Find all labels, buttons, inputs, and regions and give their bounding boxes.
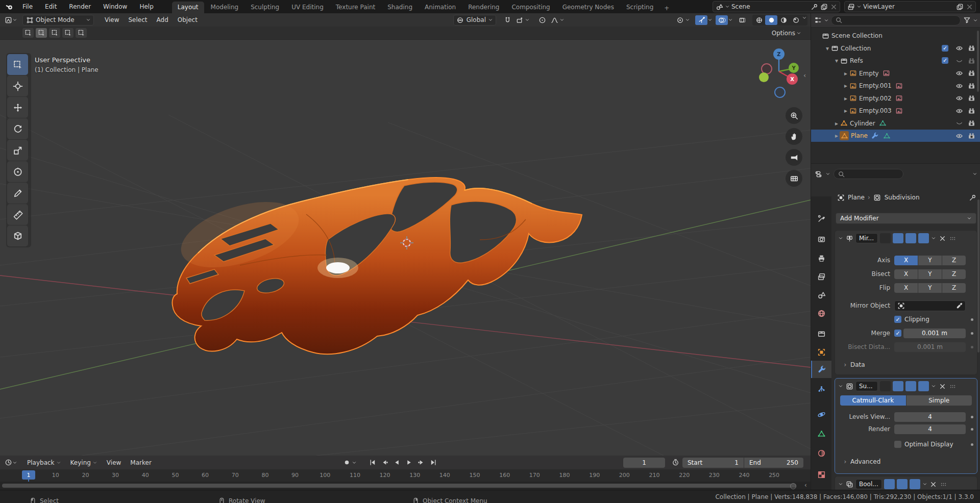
expand-icon[interactable] <box>838 482 843 487</box>
image-pink-icon[interactable] <box>895 107 903 115</box>
timeline-menu-keying[interactable]: Keying <box>66 458 102 468</box>
close-icon[interactable] <box>938 234 946 242</box>
scrollbar-end-handle[interactable] <box>790 483 796 489</box>
modifier-wrench-icon[interactable] <box>871 132 879 140</box>
workspace-tab-rendering[interactable]: Rendering <box>462 2 505 13</box>
duplicate-icon[interactable] <box>820 3 828 11</box>
close-icon[interactable] <box>829 3 838 11</box>
camera-visibility-icon[interactable] <box>967 69 975 78</box>
viewlayer-selector[interactable]: ViewLayer <box>844 1 976 12</box>
eyedropper-icon[interactable] <box>955 301 963 310</box>
viewlayer-name[interactable]: ViewLayer <box>863 3 954 10</box>
xray-toggle[interactable] <box>736 15 748 25</box>
end-frame-field[interactable]: End 250 <box>744 458 803 468</box>
outliner-row-empty[interactable]: ▸Empty <box>811 67 980 80</box>
properties-tab-particles[interactable] <box>811 380 831 397</box>
properties-scrollbar[interactable] <box>977 199 979 353</box>
close-icon[interactable] <box>965 3 973 11</box>
tool-move-button[interactable] <box>7 97 28 118</box>
close-icon[interactable] <box>929 480 938 488</box>
properties-tab-tool[interactable] <box>811 210 831 227</box>
disclosure-right-icon[interactable]: ▸ <box>834 132 840 139</box>
clock-icon[interactable] <box>671 459 679 467</box>
tool-add-cube-button[interactable] <box>7 225 28 246</box>
workspace-tab-modeling[interactable]: Modeling <box>205 2 244 13</box>
tool-annotate-button[interactable] <box>7 183 28 204</box>
camera-visibility-icon[interactable] <box>967 132 975 140</box>
properties-tab-collection[interactable] <box>811 325 831 342</box>
toggle-realtime-icon[interactable] <box>897 479 908 489</box>
blender-logo-icon[interactable] <box>5 3 13 11</box>
merge-value-field[interactable]: 0.001 m <box>903 329 966 338</box>
menu-window[interactable]: Window <box>98 2 132 12</box>
toggle-editmode-icon[interactable] <box>880 233 891 243</box>
region-collapse-arrow[interactable]: ‹ <box>804 482 807 489</box>
breadcrumb-object[interactable]: Plane <box>848 194 865 201</box>
outliner-item-label[interactable]: Cylinder <box>850 120 875 127</box>
animate-dot-icon[interactable] <box>971 318 973 321</box>
camera-visibility-icon[interactable] <box>967 57 975 65</box>
properties-tab-texture[interactable] <box>811 466 831 483</box>
scene-selector[interactable]: Scene <box>713 1 840 12</box>
pin-icon[interactable] <box>968 193 976 202</box>
camera-visibility-icon[interactable] <box>967 107 975 115</box>
toggle-render-icon[interactable] <box>910 479 920 489</box>
levels-viewport-field[interactable]: 4 <box>894 412 966 422</box>
eye-open-icon[interactable] <box>955 107 963 115</box>
outliner-display-mode-icon[interactable] <box>814 16 822 24</box>
shading-wireframe-button[interactable] <box>753 15 765 25</box>
select-paint-button[interactable] <box>76 28 87 38</box>
eye-open-icon[interactable] <box>955 132 963 140</box>
eye-open-icon[interactable] <box>955 82 963 90</box>
orthographic-button[interactable] <box>786 170 802 187</box>
select-lasso-button[interactable] <box>62 28 74 38</box>
drag-handle-icon[interactable] <box>948 382 957 390</box>
editor-type-icon[interactable] <box>4 16 12 24</box>
start-frame-field[interactable]: Start 1 <box>682 458 744 468</box>
outliner-item-label[interactable]: Collection <box>841 45 871 52</box>
extras-dropdown-icon[interactable] <box>931 236 936 241</box>
image-pink-icon[interactable] <box>895 94 903 103</box>
visibility-dropdown[interactable] <box>674 15 692 25</box>
play-reverse-button[interactable] <box>390 458 403 468</box>
outliner-item-label[interactable]: Empty.002 <box>859 95 892 102</box>
viewport-menu-select[interactable]: Select <box>124 15 152 25</box>
toggle-editmode-icon[interactable] <box>880 381 891 391</box>
menu-render[interactable]: Render <box>64 2 96 12</box>
gizmo-y-neg-axis[interactable] <box>759 72 769 82</box>
bisect-z-button[interactable]: Z <box>942 269 966 279</box>
outliner-row-refs[interactable]: ▾Refs✓ <box>811 55 980 67</box>
car-model[interactable] <box>172 178 582 354</box>
mode-dropdown[interactable]: Object Mode <box>22 15 94 26</box>
shading-solid-button[interactable] <box>765 15 777 25</box>
gizmo-z-neg-axis[interactable] <box>774 87 786 98</box>
add-workspace-button[interactable]: + <box>660 3 673 13</box>
tool-transform-button[interactable] <box>7 161 28 182</box>
next-key-button[interactable] <box>415 458 427 468</box>
modifier-name-field[interactable]: Su... <box>855 381 878 391</box>
camera-visibility-icon[interactable] <box>967 82 975 90</box>
disclosure-down-icon[interactable]: ▾ <box>834 57 840 64</box>
toggle-oncage-icon[interactable] <box>893 233 903 243</box>
workspace-tab-sculpting[interactable]: Sculpting <box>245 2 285 13</box>
outliner-row-empty-003[interactable]: ▸Empty.003 <box>811 105 980 117</box>
eye-open-icon[interactable] <box>955 69 963 78</box>
transform-orientation-dropdown[interactable]: Global <box>453 15 496 26</box>
breadcrumb-modifier[interactable]: Subdivision <box>885 194 920 201</box>
jump-end-button[interactable] <box>427 458 439 468</box>
navigation-gizmo[interactable]: Z Y X <box>754 48 803 97</box>
close-icon[interactable] <box>938 382 946 390</box>
outliner-item-label[interactable]: Empty <box>859 70 879 77</box>
eye-open-icon[interactable] <box>955 94 963 103</box>
collection-checkbox[interactable]: ✓ <box>942 57 948 64</box>
flip-x-button[interactable]: X <box>894 283 918 293</box>
workspace-tab-scripting[interactable]: Scripting <box>621 2 659 13</box>
properties-search-input[interactable] <box>834 169 903 179</box>
optimal-display-checkbox[interactable]: ✓ <box>894 441 901 448</box>
gizmo-toggle[interactable] <box>695 15 707 25</box>
extras-dropdown-icon[interactable] <box>931 384 936 389</box>
bisect-x-button[interactable]: X <box>894 269 918 279</box>
pin-icon[interactable] <box>810 3 818 11</box>
outliner-item-label[interactable]: Refs <box>850 57 863 64</box>
pan-button[interactable] <box>786 128 802 145</box>
